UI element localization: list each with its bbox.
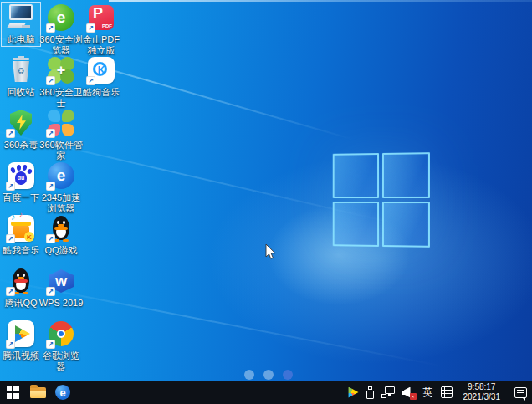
shortcut-arrow-icon xyxy=(46,76,55,85)
shortcut-arrow-icon xyxy=(46,287,55,296)
tencent-video-icon xyxy=(6,319,36,349)
desktop-icon-tencent-qq[interactable]: 腾讯QQ xyxy=(2,266,40,309)
windows-logo-pane xyxy=(382,202,430,248)
desktop-icon-label: 此电脑 xyxy=(0,34,43,45)
recycle-symbol-icon xyxy=(6,66,36,75)
shortcut-arrow-icon xyxy=(86,76,95,85)
desktop-icon-chrome[interactable]: 谷歌浏览器 xyxy=(42,319,80,372)
action-center-icon[interactable] xyxy=(514,387,527,398)
volume-muted-tray-icon[interactable] xyxy=(402,387,416,398)
desktop-icon-label: 酷我音乐 xyxy=(0,245,43,256)
desktop-icon-label: 360软件管家 xyxy=(38,140,84,161)
shortcut-arrow-icon xyxy=(46,234,55,243)
desktop-icon-kuwo-music[interactable]: K 酷我音乐 xyxy=(2,213,40,256)
windows-desktop: 此电脑 e 360安全浏览器 P PDF 金山PDF独立版 回收站 + 360安… xyxy=(0,0,532,404)
taskbar: e 英 9:58:17 2021/3/31 xyxy=(0,381,532,404)
desktop-icon-label: WPS 2019 xyxy=(38,298,84,309)
kingsoft-pdf-icon: P PDF xyxy=(86,3,116,33)
desktop-icon-qq-games[interactable]: QQ游戏 xyxy=(42,213,80,256)
desktop-icon-label: 回收站 xyxy=(0,87,43,98)
pager-dot-1[interactable] xyxy=(244,370,254,380)
desktop-icon-360-antivirus[interactable]: 360杀毒 xyxy=(2,108,40,151)
baidu-du-glyph: du xyxy=(15,175,27,181)
start-button[interactable] xyxy=(0,381,25,404)
chrome-icon xyxy=(46,319,76,349)
taskbar-clock[interactable]: 9:58:17 2021/3/31 xyxy=(460,382,504,402)
desktop-icon-label: 腾讯QQ xyxy=(0,298,43,309)
desktop-icon-label: 360杀毒 xyxy=(0,140,43,151)
windows-logo-pane xyxy=(382,152,430,198)
tencent-qq-icon xyxy=(6,266,36,296)
desktop-icon-label: 谷歌浏览器 xyxy=(38,350,84,372)
desktop-icon-baidu[interactable]: du 百度一下 xyxy=(2,161,40,203)
system-tray: 英 9:58:17 2021/3/31 xyxy=(348,381,532,404)
shortcut-arrow-icon xyxy=(46,23,55,33)
kuwo-music-icon: K xyxy=(6,213,36,243)
wallpaper-top-light xyxy=(109,0,532,2)
ime-language-indicator[interactable]: 英 xyxy=(423,381,433,404)
desktop-icon-360-browser[interactable]: e 360安全浏览器 xyxy=(42,3,80,56)
desktop-icon-this-pc[interactable]: 此电脑 xyxy=(2,3,40,46)
desktop-icon-label: 百度一下 xyxy=(0,192,43,203)
this-pc-icon xyxy=(6,3,36,33)
browser-e-icon: e xyxy=(55,385,70,400)
shortcut-arrow-icon xyxy=(6,287,15,296)
windows-logo xyxy=(333,152,430,248)
shortcut-arrow-icon xyxy=(6,340,15,349)
shortcut-arrow-icon xyxy=(46,340,55,349)
desktop-icon-label: 金山PDF独立版 xyxy=(79,34,124,56)
windows-logo-pane xyxy=(333,153,379,198)
baidu-icon: du xyxy=(6,161,36,191)
file-explorer-button[interactable] xyxy=(25,381,50,404)
kuwo-k-glyph: K xyxy=(24,232,34,242)
desktop-icon-recycle-bin[interactable]: 回收站 xyxy=(2,55,40,98)
usb-device-tray-icon[interactable] xyxy=(366,386,374,399)
desktop-icon-label: QQ游戏 xyxy=(38,245,84,256)
recycle-bin-icon xyxy=(6,55,36,85)
shortcut-arrow-icon xyxy=(6,129,15,138)
shortcut-arrow-icon xyxy=(46,129,55,138)
pager-dot-3-active[interactable] xyxy=(283,370,293,380)
pdf-p-glyph: P xyxy=(93,5,103,23)
desktop-icon-360-manager[interactable]: 360软件管家 xyxy=(42,108,80,161)
desktop-icon-kugou-music[interactable]: K 酷狗音乐 xyxy=(82,55,120,98)
ime-mode-grid-icon[interactable] xyxy=(441,386,453,398)
desktop-icon-tencent-video[interactable]: 腾讯视频 xyxy=(2,319,40,361)
desktop-icon-label: 腾讯视频 xyxy=(0,350,43,361)
shortcut-arrow-icon xyxy=(46,182,55,191)
qq-games-icon xyxy=(46,213,76,243)
taskbar-left: e xyxy=(0,381,75,404)
shortcut-arrow-icon xyxy=(6,234,15,243)
desktop-icon-2345-browser[interactable]: e 2345加速浏览器 xyxy=(42,161,80,214)
mute-badge-icon xyxy=(410,393,417,400)
desktop-icon-360-guard[interactable]: + 360安全卫士 xyxy=(42,55,80,109)
wps-2019-icon: W xyxy=(46,266,76,296)
clock-date: 2021/3/31 xyxy=(463,392,501,402)
shortcut-arrow-icon xyxy=(6,182,15,191)
360-manager-icon xyxy=(46,108,76,138)
network-tray-icon[interactable] xyxy=(381,386,395,398)
desktop-icon-label: 2345加速浏览器 xyxy=(38,192,84,214)
2345-browser-icon: e xyxy=(46,161,76,191)
360-antivirus-icon xyxy=(6,108,36,138)
shortcut-arrow-icon xyxy=(86,23,95,33)
desktop-icon-wps-2019[interactable]: W WPS 2019 xyxy=(42,266,80,309)
desktop-icon-label: 酷狗音乐 xyxy=(79,87,124,98)
360-browser-icon: e xyxy=(46,3,76,33)
desktop-icon-label: 360安全浏览器 xyxy=(38,34,84,56)
browser-2345-taskbar-button[interactable]: e xyxy=(50,381,75,404)
desktop-icon-label: 360安全卫士 xyxy=(38,87,84,109)
music-note-icon xyxy=(19,211,23,218)
kugou-music-icon: K xyxy=(86,55,116,85)
windows-start-icon xyxy=(7,386,19,399)
folder-icon xyxy=(30,387,46,398)
windows-logo-pane xyxy=(333,202,379,247)
mouse-cursor xyxy=(265,244,277,261)
music-note-icon xyxy=(11,212,16,222)
clock-time: 9:58:17 xyxy=(463,382,501,392)
pdf-text: PDF xyxy=(102,23,112,28)
desktop-icon-kingsoft-pdf[interactable]: P PDF 金山PDF独立版 xyxy=(82,3,120,56)
360-guard-icon: + xyxy=(46,55,76,85)
pager-dot-2[interactable] xyxy=(263,370,274,380)
tencent-video-tray-icon[interactable] xyxy=(348,387,359,398)
